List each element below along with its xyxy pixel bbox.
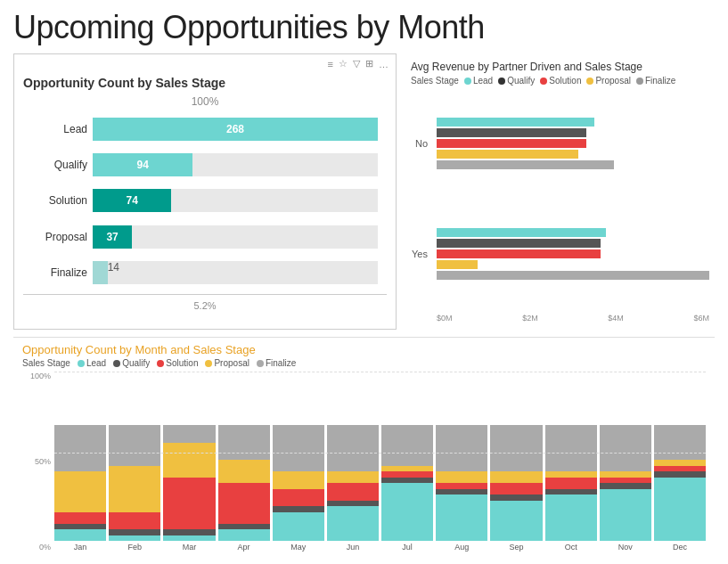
stacked-bar-wrap: Apr xyxy=(218,425,270,552)
bar-label: Finalize xyxy=(32,266,87,279)
stacked-segment xyxy=(54,512,106,524)
legend-dot xyxy=(498,78,505,85)
right-legend: Sales StageLeadQualifySolutionProposalFi… xyxy=(411,76,709,86)
stacked-bar xyxy=(218,425,270,541)
stacked-segment xyxy=(109,535,160,542)
legend-item: Finalize xyxy=(636,76,675,86)
stacked-bar-wrap: Feb xyxy=(109,425,160,552)
bar-row: Proposal37 xyxy=(32,225,378,249)
stacked-segment xyxy=(436,495,487,541)
stacked-bar xyxy=(273,425,324,541)
y-axis-label: 100% xyxy=(30,372,51,380)
bar-x-label: Nov xyxy=(618,543,633,552)
stacked-bar xyxy=(654,425,706,541)
stacked-segment xyxy=(654,425,706,460)
stacked-segment xyxy=(218,483,270,524)
stacked-segment xyxy=(600,489,651,542)
bar-label: Proposal xyxy=(32,231,87,243)
h-group-label: No xyxy=(411,138,433,149)
stacked-bar-wrap: Dec xyxy=(654,425,706,552)
bar-track: 94 xyxy=(93,153,378,176)
h-bar xyxy=(437,260,478,269)
x-axis-label: $2M xyxy=(522,314,538,323)
legend-item: Solution xyxy=(157,358,198,368)
bar-value-label: 14 xyxy=(108,261,119,274)
stacked-bar xyxy=(545,425,597,541)
filter-icon[interactable]: ▽ xyxy=(353,58,360,69)
stacked-bars: JanFebMarAprMayJunJulAugSepOctNovDec xyxy=(54,372,706,552)
stacked-segment xyxy=(218,529,270,541)
stacked-segment xyxy=(327,483,379,501)
bottom-pct-label: 5.2% xyxy=(23,300,387,311)
more-icon[interactable]: … xyxy=(379,59,389,69)
bar-fill: 37 xyxy=(93,225,132,249)
legend-text: Proposal xyxy=(214,358,249,368)
stacked-segment xyxy=(163,478,215,530)
h-bar xyxy=(437,139,586,148)
stacked-segment xyxy=(327,506,379,541)
bar-x-label: Jul xyxy=(402,543,413,552)
stacked-segment xyxy=(163,443,215,478)
h-bar-group: Yes xyxy=(411,228,709,280)
bar-x-label: Dec xyxy=(673,543,687,552)
stacked-bar-wrap: Oct xyxy=(545,425,597,552)
bar-x-label: Mar xyxy=(183,543,197,552)
legend-label: Sales Stage xyxy=(411,76,459,86)
top-row: ≡ ☆ ▽ ⊞ … Opportunity Count by Sales Sta… xyxy=(13,53,715,330)
h-bars-col xyxy=(437,118,709,169)
axis-line xyxy=(23,294,387,295)
stacked-segment xyxy=(545,478,597,489)
top-pct-label: 100% xyxy=(23,95,387,108)
stacked-bar-wrap: Jun xyxy=(327,425,379,552)
bar-track: 74 xyxy=(93,189,378,212)
bar-row: Lead268 xyxy=(32,118,378,141)
bar-x-label: Oct xyxy=(565,543,577,552)
right-chart-title: Avg Revenue by Partner Driven and Sales … xyxy=(411,61,709,73)
bar-track: 14 xyxy=(93,261,378,284)
legend-item: Qualify xyxy=(113,358,150,368)
grid-line xyxy=(54,372,706,372)
stacked-segment xyxy=(327,425,379,471)
h-group-label: Yes xyxy=(411,249,433,259)
legend-text: Proposal xyxy=(595,76,630,86)
stacked-segment xyxy=(54,471,106,512)
y-axis-label: 50% xyxy=(35,457,51,466)
stacked-segment xyxy=(654,478,706,542)
right-chart-panel: Avg Revenue by Partner Driven and Sales … xyxy=(405,53,715,330)
stacked-segment xyxy=(163,425,215,443)
panel-toolbar: ≡ ☆ ▽ ⊞ … xyxy=(328,58,389,69)
right-x-axis: $0M$2M$4M$6M xyxy=(411,314,709,323)
h-bar xyxy=(437,228,606,237)
stacked-segment xyxy=(163,535,215,542)
stacked-bar-wrap: Jan xyxy=(54,425,106,552)
stacked-segment xyxy=(490,471,542,483)
x-axis-label: $6M xyxy=(693,314,709,323)
expand-icon[interactable]: ⊞ xyxy=(365,58,373,69)
legend-dot xyxy=(78,360,85,367)
legend-dot xyxy=(257,360,264,367)
bottom-chart-inner: 100%50%0% JanFebMarAprMayJunJulAugSepOct… xyxy=(22,372,706,552)
legend-text: Lead xyxy=(86,358,106,368)
bottom-legend-label: Sales Stage xyxy=(22,358,70,368)
stacked-segment xyxy=(109,512,160,530)
h-bar xyxy=(437,150,578,159)
legend-dot xyxy=(113,360,120,367)
h-bar xyxy=(437,271,709,280)
stacked-segment xyxy=(436,471,487,483)
stacked-bar-wrap: Mar xyxy=(163,425,215,552)
menu-icon[interactable]: ≡ xyxy=(328,59,333,69)
h-bars-col xyxy=(437,228,709,280)
stacked-segment xyxy=(545,495,597,541)
stacked-segment xyxy=(54,529,106,541)
bottom-chart-title: Opportunity Count by Month and Sales Sta… xyxy=(22,343,706,356)
bar-fill: 268 xyxy=(93,118,378,141)
stacked-segment xyxy=(109,425,160,466)
pin-icon[interactable]: ☆ xyxy=(339,58,348,69)
legend-item: Proposal xyxy=(205,358,249,368)
stacked-segment xyxy=(327,471,379,483)
stacked-segment xyxy=(436,425,487,471)
h-bar xyxy=(437,128,586,137)
stacked-bar xyxy=(327,425,379,541)
bar-label: Qualify xyxy=(32,159,87,171)
bar-fill: 74 xyxy=(93,189,171,212)
